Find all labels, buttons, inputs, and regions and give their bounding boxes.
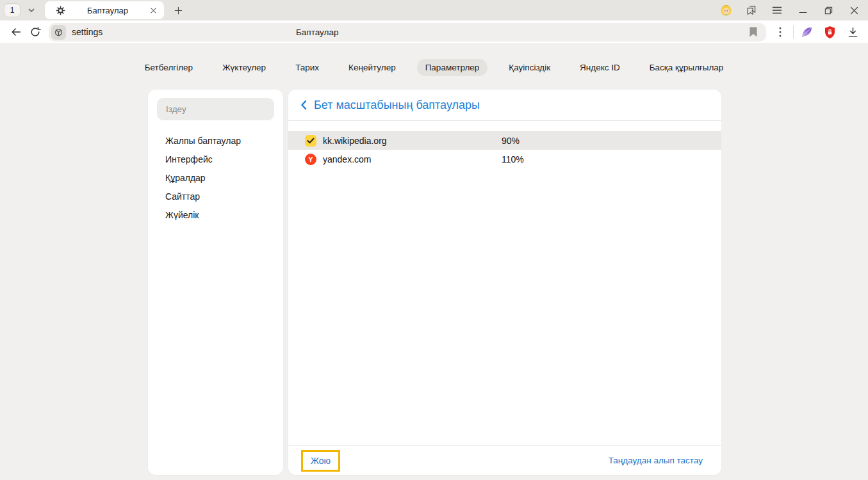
nav-tab-downloads[interactable]: Жүктеулер — [214, 59, 274, 76]
extension-button[interactable] — [795, 22, 818, 42]
active-tab[interactable]: Баптаулар — [45, 1, 164, 19]
delete-button[interactable]: Жою — [301, 450, 340, 472]
site-domain: yandex.com — [323, 154, 502, 164]
addressbar-actions — [769, 22, 864, 42]
downloads-button[interactable] — [841, 22, 864, 42]
settings-nav-tabs: Бетбелгілер Жүктеулер Тарих Кеңейтулер П… — [0, 57, 868, 77]
new-tab-button[interactable] — [170, 2, 186, 19]
close-icon — [850, 6, 858, 15]
nav-tab-history[interactable]: Тарих — [287, 59, 327, 76]
deselect-all-link[interactable]: Таңдаудан алып тастау — [609, 456, 703, 465]
window-close-button[interactable] — [841, 0, 867, 20]
minimize-icon — [799, 6, 807, 15]
menu-button[interactable] — [764, 0, 790, 20]
page-zoom-settings-panel: Бет масштабының баптаулары kk.wikipedia.… — [288, 90, 721, 475]
back-button[interactable] — [6, 22, 26, 42]
kebab-menu-icon — [779, 27, 782, 37]
back-chevron-icon[interactable] — [300, 100, 307, 110]
page-title[interactable]: Бет масштабының баптаулары — [314, 99, 480, 112]
settings-sidebar: Жалпы баптаулар Интерфейс Құралдар Сайтт… — [148, 90, 283, 475]
nav-tab-yandex-id[interactable]: Яндекс ID — [571, 59, 628, 76]
sidebar-item-sites[interactable]: Сайттар — [148, 187, 283, 205]
tab-counter-value: 1 — [10, 6, 15, 15]
url-text: settings — [72, 27, 102, 37]
nav-tab-settings[interactable]: Параметрлер — [417, 59, 488, 76]
shield-lock-icon — [824, 26, 836, 39]
toolbar-divider — [793, 26, 794, 38]
tab-list-chevron-button[interactable] — [23, 3, 40, 17]
window-restore-button[interactable] — [815, 0, 841, 20]
back-arrow-icon — [10, 26, 22, 38]
panel-footer: Жою Таңдаудан алып тастау — [288, 445, 721, 475]
sidebar-item-tools[interactable]: Құралдар — [148, 168, 283, 187]
table-row[interactable]: kk.wikipedia.org 90% — [288, 131, 721, 150]
tab-counter-button[interactable]: 1 — [4, 3, 20, 17]
tab-title: Баптаулар — [65, 6, 150, 15]
nav-tab-extensions[interactable]: Кеңейтулер — [340, 59, 404, 76]
reload-icon — [29, 26, 41, 38]
sidebar-item-system[interactable]: Жүйелік — [148, 205, 283, 224]
hamburger-menu-icon — [772, 6, 782, 15]
address-bar: settings Баптаулар — [0, 20, 868, 44]
nav-tab-bookmarks[interactable]: Бетбелгілер — [136, 59, 201, 76]
reload-button[interactable] — [26, 22, 45, 42]
tab-close-icon[interactable] — [150, 7, 157, 14]
yandex-favicon: Y — [305, 154, 316, 165]
yandex-browser-logo-icon — [54, 28, 63, 37]
table-row[interactable]: Y yandex.com 110% — [288, 150, 721, 168]
site-checkbox-checked[interactable] — [305, 135, 316, 147]
plus-icon — [174, 6, 183, 15]
nav-tab-other-devices[interactable]: Басқа құрылғылар — [641, 59, 732, 76]
sidebar-search[interactable] — [157, 98, 274, 120]
omnibox-more-button[interactable] — [769, 22, 792, 42]
search-input[interactable] — [166, 104, 265, 114]
omnibox-page-title: Баптаулар — [296, 28, 338, 37]
restore-icon — [824, 6, 833, 15]
gear-icon — [56, 6, 65, 15]
sidebar-items: Жалпы баптаулар Интерфейс Құралдар Сайтт… — [148, 131, 283, 224]
panel-spacer — [288, 168, 721, 445]
site-domain: kk.wikipedia.org — [323, 136, 502, 146]
profile-avatar[interactable] — [713, 0, 739, 20]
feather-icon — [800, 26, 813, 38]
tabbar-right-controls — [713, 0, 867, 20]
site-zoom-list: kk.wikipedia.org 90% Y yandex.com 110% — [288, 131, 721, 168]
download-icon — [848, 27, 858, 38]
browser-tab-bar: 1 Баптаулар — [0, 0, 868, 20]
site-zoom-value: 90% — [502, 136, 520, 146]
window-minimize-button[interactable] — [790, 0, 815, 20]
omnibox[interactable]: settings Баптаулар — [49, 23, 766, 42]
bookmark-flag-icon[interactable] — [749, 27, 758, 37]
tabs-panel-button[interactable] — [739, 0, 764, 20]
site-badge[interactable] — [51, 25, 66, 40]
site-zoom-value: 110% — [502, 154, 524, 164]
chevron-down-icon — [28, 6, 35, 14]
protect-button[interactable] — [818, 22, 841, 42]
sidebar-item-interface[interactable]: Интерфейс — [148, 150, 283, 168]
nav-tab-security[interactable]: Қауіпсіздік — [500, 59, 559, 76]
panel-header: Бет масштабының баптаулары — [288, 90, 721, 121]
tabs-panel-icon — [746, 4, 757, 16]
sidebar-item-general[interactable]: Жалпы баптаулар — [148, 131, 283, 150]
